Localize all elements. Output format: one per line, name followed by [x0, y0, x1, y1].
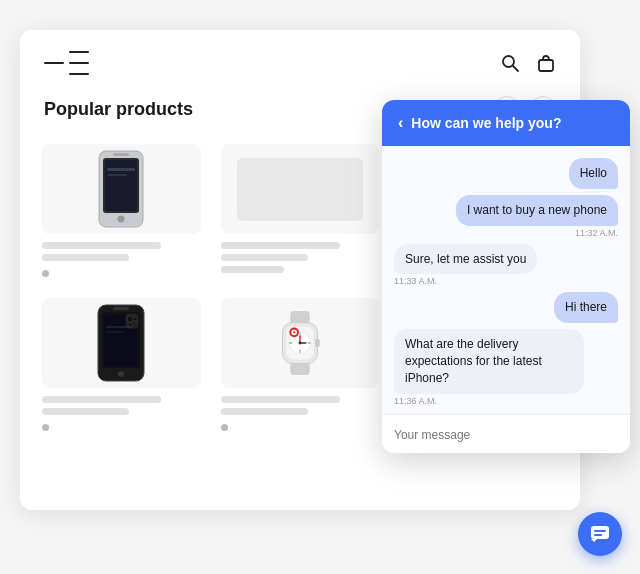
svg-point-0 — [503, 56, 514, 67]
message-hi-there: Hi there — [394, 292, 618, 323]
svg-rect-7 — [105, 160, 137, 211]
bubble-hi-there: Hi there — [554, 292, 618, 323]
product-dot-w — [221, 424, 228, 431]
product-dot-s — [42, 424, 49, 431]
message-delivery: What are the delivery expectations for t… — [394, 329, 618, 405]
chat-messages: Hello I want to buy a new phone 11:32 A.… — [382, 146, 630, 414]
chat-header: ‹ How can we help you? — [382, 100, 630, 146]
svg-point-5 — [118, 216, 125, 223]
product-image-watch — [221, 298, 380, 388]
svg-rect-23 — [106, 326, 132, 328]
product-lines — [42, 242, 201, 266]
product-cell-iphone[interactable] — [32, 134, 211, 288]
svg-point-20 — [127, 316, 133, 322]
chat-fab-button[interactable] — [578, 512, 622, 556]
product-dot — [42, 270, 49, 277]
svg-rect-37 — [316, 339, 320, 347]
svg-point-36 — [299, 342, 302, 345]
product-lines-w — [221, 396, 380, 420]
svg-point-21 — [133, 317, 137, 321]
svg-rect-24 — [106, 331, 124, 333]
message-assist: Sure, let me assist you 11:33 A.M. — [394, 244, 618, 287]
bubble-hello: Hello — [569, 158, 618, 189]
svg-rect-9 — [107, 174, 127, 176]
product-lines-s — [42, 396, 201, 420]
product-cell-samsung[interactable] — [32, 288, 211, 442]
msg-time-2: 11:33 A.M. — [394, 276, 437, 286]
product-image-iphone — [42, 144, 201, 234]
svg-rect-42 — [594, 534, 602, 536]
msg-time-5: 11:36 A.M. — [394, 396, 437, 406]
message-buy-phone: I want to buy a new phone 11:32 A.M. — [394, 195, 618, 238]
bubble-delivery: What are the delivery expectations for t… — [394, 329, 584, 393]
svg-point-39 — [293, 331, 295, 333]
bubble-assist: Sure, let me assist you — [394, 244, 537, 275]
bag-icon[interactable] — [536, 53, 556, 73]
msg-time-1: 11:32 A.M. — [575, 228, 618, 238]
top-nav — [20, 30, 580, 88]
svg-rect-40 — [591, 526, 609, 539]
chat-input[interactable] — [394, 428, 618, 442]
svg-rect-17 — [113, 307, 129, 310]
product-cell-2[interactable] — [211, 134, 390, 288]
svg-rect-41 — [594, 530, 606, 532]
svg-point-16 — [118, 371, 124, 377]
svg-rect-2 — [539, 60, 553, 71]
chat-back-button[interactable]: ‹ — [398, 114, 403, 132]
chat-panel: ‹ How can we help you? Hello I want to b… — [382, 100, 630, 453]
product-lines-2 — [221, 242, 380, 278]
search-icon[interactable] — [500, 53, 520, 73]
bubble-buy-phone: I want to buy a new phone — [456, 195, 618, 226]
chat-header-title: How can we help you? — [411, 115, 561, 131]
chat-bubble-icon — [589, 523, 611, 545]
nav-actions — [500, 53, 556, 73]
product-image-samsung — [42, 298, 201, 388]
svg-rect-6 — [113, 153, 129, 156]
svg-line-1 — [513, 66, 518, 71]
section-title-text: Popular products — [44, 99, 193, 120]
svg-rect-8 — [107, 168, 135, 171]
message-hello: Hello — [394, 158, 618, 189]
product-cell-watch[interactable] — [211, 288, 390, 442]
hamburger-menu[interactable] — [44, 48, 89, 78]
chat-input-area — [382, 414, 630, 453]
product-image-2 — [221, 144, 380, 234]
